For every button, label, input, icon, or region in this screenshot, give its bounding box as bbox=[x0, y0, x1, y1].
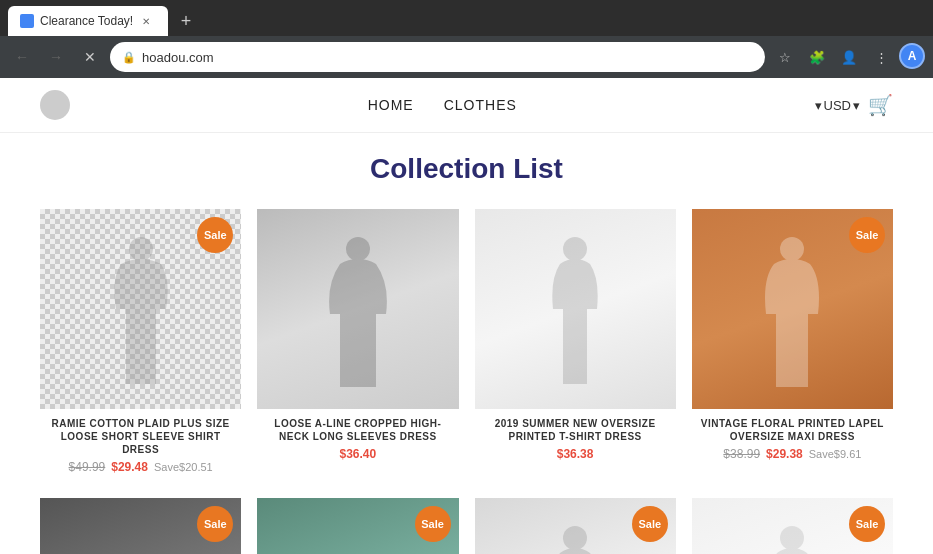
sale-badge: Sale bbox=[849, 217, 885, 253]
svg-point-9 bbox=[563, 526, 587, 550]
svg-point-2 bbox=[346, 237, 370, 261]
product-name: 2019 SUMMER NEW OVERSIZE PRINTED T-SHIRT… bbox=[479, 417, 672, 443]
save-amount: Save$9.61 bbox=[809, 448, 862, 460]
website-content: HOME CLOTHES ▾ USD ▾ 🛒 Collection List bbox=[0, 78, 933, 554]
product-card[interactable]: Sale RAMIE COTTON PLAID PLUS SIZE LOOSE … bbox=[40, 209, 241, 482]
cart-button[interactable]: 🛒 bbox=[868, 93, 893, 117]
product-card[interactable]: Sale bbox=[692, 498, 893, 554]
collection-section: Collection List Sale RAMIE COTTON PLAID … bbox=[0, 133, 933, 554]
nav-clothes[interactable]: CLOTHES bbox=[444, 97, 517, 113]
secure-icon: 🔒 bbox=[122, 51, 136, 64]
product-card[interactable]: LOOSE A-LINE CROPPED HIGH-NECK LONG SLEE… bbox=[257, 209, 458, 482]
product-price: $49.99 $29.48 Save$20.51 bbox=[44, 460, 237, 474]
site-logo bbox=[40, 90, 70, 120]
back-icon: ← bbox=[15, 49, 29, 65]
refresh-icon: ✕ bbox=[84, 49, 96, 65]
product-image-wrap: Sale bbox=[692, 209, 893, 409]
product-card[interactable]: Sale VINTAGE FLORAL PRINTED LAPEL OVERSI… bbox=[692, 209, 893, 482]
product-image-wrap: Sale bbox=[40, 498, 241, 554]
svg-point-10 bbox=[780, 526, 804, 550]
tab-close-button[interactable]: ✕ bbox=[139, 14, 153, 28]
product-image-wrap bbox=[257, 209, 458, 409]
product-image-wrap: Sale bbox=[475, 498, 676, 554]
product-name: RAMIE COTTON PLAID PLUS SIZE LOOSE SHORT… bbox=[44, 417, 237, 456]
product-grid: Sale RAMIE COTTON PLAID PLUS SIZE LOOSE … bbox=[40, 209, 893, 554]
sale-price: $29.48 bbox=[111, 460, 148, 474]
settings-button[interactable]: ⋮ bbox=[867, 43, 895, 71]
nav-bar: ← → ✕ 🔒 hoadou.com ☆ 🧩 👤 ⋮ A bbox=[0, 36, 933, 78]
product-info: 2019 SUMMER NEW OVERSIZE PRINTED T-SHIRT… bbox=[475, 409, 676, 469]
sale-badge: Sale bbox=[415, 506, 451, 542]
tab-favicon bbox=[20, 14, 34, 28]
tab-bar: Clearance Today! ✕ + bbox=[0, 0, 933, 36]
sale-badge: Sale bbox=[197, 217, 233, 253]
product-info: LOOSE A-LINE CROPPED HIGH-NECK LONG SLEE… bbox=[257, 409, 458, 469]
product-name: LOOSE A-LINE CROPPED HIGH-NECK LONG SLEE… bbox=[261, 417, 454, 443]
product-image-2 bbox=[257, 209, 458, 409]
product-image-3 bbox=[475, 209, 676, 409]
bookmark-button[interactable]: ☆ bbox=[771, 43, 799, 71]
currency-dropdown-icon: ▾ bbox=[815, 98, 822, 113]
sale-badge: Sale bbox=[849, 506, 885, 542]
currency-chevron: ▾ bbox=[853, 98, 860, 113]
account-button[interactable]: 👤 bbox=[835, 43, 863, 71]
save-amount: Save$20.51 bbox=[154, 461, 213, 473]
svg-point-1 bbox=[129, 237, 153, 261]
product-card[interactable]: Sale bbox=[257, 498, 458, 554]
product-card[interactable]: Sale bbox=[40, 498, 241, 554]
browser-chrome: Clearance Today! ✕ + ← → ✕ 🔒 hoadou.com … bbox=[0, 0, 933, 78]
single-price: $36.38 bbox=[557, 447, 594, 461]
product-info: RAMIE COTTON PLAID PLUS SIZE LOOSE SHORT… bbox=[40, 409, 241, 482]
product-image-wrap bbox=[475, 209, 676, 409]
currency-label: USD bbox=[824, 98, 851, 113]
product-info: VINTAGE FLORAL PRINTED LAPEL OVERSIZE MA… bbox=[692, 409, 893, 469]
single-price: $36.40 bbox=[340, 447, 377, 461]
original-price: $38.99 bbox=[723, 447, 760, 461]
logo-image bbox=[40, 90, 70, 120]
header-right: ▾ USD ▾ 🛒 bbox=[815, 93, 893, 117]
svg-point-0 bbox=[23, 17, 31, 25]
new-tab-button[interactable]: + bbox=[172, 7, 200, 35]
nav-home[interactable]: HOME bbox=[368, 97, 414, 113]
original-price: $49.99 bbox=[69, 460, 106, 474]
product-price: $36.40 bbox=[261, 447, 454, 461]
product-price: $38.99 $29.38 Save$9.61 bbox=[696, 447, 889, 461]
site-header: HOME CLOTHES ▾ USD ▾ 🛒 bbox=[0, 78, 933, 133]
product-image-wrap: Sale bbox=[257, 498, 458, 554]
nav-actions: ☆ 🧩 👤 ⋮ A bbox=[771, 43, 925, 71]
product-image-wrap: Sale bbox=[40, 209, 241, 409]
svg-point-4 bbox=[780, 237, 804, 261]
currency-selector[interactable]: ▾ USD ▾ bbox=[815, 98, 860, 113]
product-price: $36.38 bbox=[479, 447, 672, 461]
product-name: VINTAGE FLORAL PRINTED LAPEL OVERSIZE MA… bbox=[696, 417, 889, 443]
sale-badge: Sale bbox=[632, 506, 668, 542]
active-tab[interactable]: Clearance Today! ✕ bbox=[8, 6, 168, 36]
product-card[interactable]: 2019 SUMMER NEW OVERSIZE PRINTED T-SHIRT… bbox=[475, 209, 676, 482]
svg-point-3 bbox=[563, 237, 587, 261]
url-text: hoadou.com bbox=[142, 50, 753, 65]
sale-price: $29.38 bbox=[766, 447, 803, 461]
sale-badge: Sale bbox=[197, 506, 233, 542]
forward-button[interactable]: → bbox=[42, 43, 70, 71]
extensions-button[interactable]: 🧩 bbox=[803, 43, 831, 71]
refresh-button[interactable]: ✕ bbox=[76, 43, 104, 71]
forward-icon: → bbox=[49, 49, 63, 65]
site-nav: HOME CLOTHES bbox=[368, 97, 517, 113]
collection-title: Collection List bbox=[40, 153, 893, 185]
profile-avatar[interactable]: A bbox=[899, 43, 925, 69]
address-bar[interactable]: 🔒 hoadou.com bbox=[110, 42, 765, 72]
product-card[interactable]: Sale bbox=[475, 498, 676, 554]
product-image-wrap: Sale bbox=[692, 498, 893, 554]
tab-title: Clearance Today! bbox=[40, 14, 133, 28]
back-button[interactable]: ← bbox=[8, 43, 36, 71]
